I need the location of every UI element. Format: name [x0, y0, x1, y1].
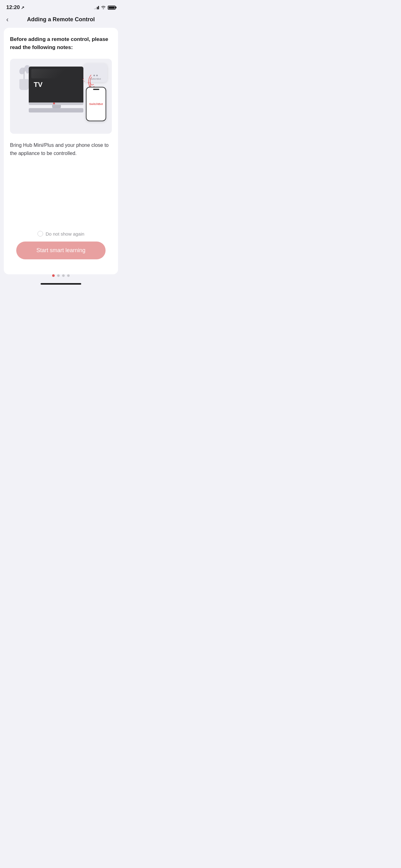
home-indicator: [0, 283, 122, 288]
phone-label: SwitchBot: [89, 102, 103, 105]
page-indicator: [0, 274, 122, 283]
page-dot-2[interactable]: [57, 274, 60, 277]
status-icons: [94, 5, 116, 10]
description-text: Bring Hub Mini/Plus and your phone close…: [10, 141, 112, 157]
intro-text: Before adding a remote control, please r…: [10, 35, 112, 51]
time-label: 12:20: [6, 4, 20, 11]
signal-icon: [94, 6, 99, 9]
status-bar: 12:20 ↗: [0, 0, 122, 13]
page-dot-3[interactable]: [62, 274, 65, 277]
back-button[interactable]: ‹: [6, 16, 8, 24]
bottom-section: Do not show again Start smart learning: [10, 226, 112, 266]
battery-icon: [108, 6, 115, 10]
main-card: Before adding a remote control, please r…: [4, 28, 118, 274]
page-dot-1[interactable]: [52, 274, 55, 277]
tv-stand-base: [29, 108, 83, 113]
do-not-show-label: Do not show again: [45, 231, 84, 237]
phone-device: SwitchBot: [86, 87, 106, 121]
do-not-show-toggle[interactable]: Do not show again: [37, 231, 84, 237]
radio-circle-icon[interactable]: [37, 231, 43, 237]
tv-power-dot: [53, 102, 55, 104]
illustration: TV SwitchBot SwitchBot: [10, 59, 112, 134]
wifi-icon: [101, 5, 106, 10]
tv-base: [29, 102, 83, 105]
page-dot-4[interactable]: [67, 274, 70, 277]
nav-header: ‹ Adding a Remote Control: [0, 13, 122, 28]
tv-screen: TV: [29, 67, 83, 102]
page-title: Adding a Remote Control: [27, 16, 95, 23]
status-time: 12:20 ↗: [6, 4, 24, 11]
home-bar: [41, 283, 81, 285]
tv-foot: [52, 105, 61, 108]
start-learning-button[interactable]: Start smart learning: [16, 242, 106, 259]
tv-label: TV: [34, 81, 42, 89]
location-icon: ↗: [21, 5, 24, 10]
